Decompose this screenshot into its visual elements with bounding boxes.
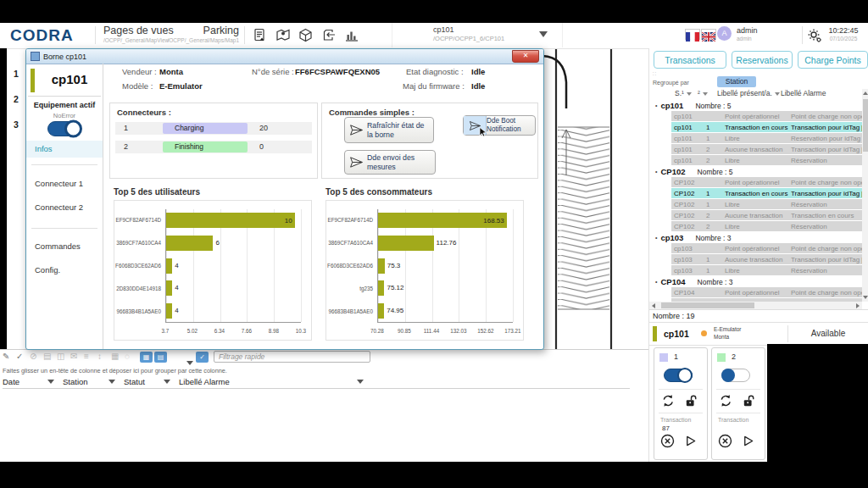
cube-3d-icon[interactable] (296, 27, 314, 44)
boot-notification-button[interactable]: Dde Boot Notification (463, 115, 536, 136)
filter-funnel-icon[interactable] (687, 92, 692, 96)
toolbar-icon[interactable]: ▤ (43, 352, 51, 361)
cancel-icon[interactable] (660, 434, 675, 451)
bar[interactable]: 10 (166, 213, 295, 228)
unlock-icon[interactable] (743, 395, 755, 409)
drag-grip-icon[interactable]: ∷ (653, 70, 657, 76)
bar[interactable] (378, 303, 384, 319)
table-row[interactable]: cp101Point opérationnelPoint de charge n… (671, 111, 862, 121)
group-by-chip-station[interactable]: Station (717, 76, 756, 87)
toolbar-icon[interactable]: ≡ (84, 352, 89, 361)
dialog-nav-connecteur-2[interactable]: Connecteur 2 (26, 199, 103, 216)
table-row[interactable]: CP1021LibreRéservation (671, 199, 862, 209)
bar[interactable] (166, 303, 172, 319)
toolbar-icon[interactable]: ◫ (57, 352, 64, 361)
bar[interactable] (378, 280, 384, 296)
french-flag-icon[interactable] (685, 29, 700, 40)
scrollbar-thumb[interactable] (863, 99, 868, 152)
selected-station-row[interactable]: cp101 E-Emulator Monta Available (649, 322, 868, 346)
filter-funnel-icon[interactable] (775, 92, 780, 96)
bar[interactable] (166, 236, 213, 251)
bar[interactable] (166, 258, 172, 274)
equipment-toggle[interactable] (47, 121, 81, 136)
column-header[interactable]: S.¹ (675, 89, 692, 97)
filter-funnel-icon[interactable] (108, 380, 115, 384)
table-row[interactable]: CP1022LibreRéservation (671, 221, 862, 231)
vertical-scrollbar[interactable] (862, 89, 868, 302)
group-expand-icon[interactable]: • (655, 279, 657, 285)
page-list-item[interactable]: 1 (7, 69, 25, 79)
nav-pages-de-vues[interactable]: Pages de vues /OCPP/_General/MapView (103, 25, 174, 43)
filter-funnel-icon[interactable] (357, 380, 364, 384)
dialog-nav-connecteur-1[interactable]: Connecteur 1 (26, 175, 103, 192)
page-list-item[interactable]: 2 (7, 94, 25, 104)
toolbar-icon[interactable]: ✎ (3, 352, 9, 361)
table-row[interactable]: cp1031LibreRéservation (671, 265, 862, 275)
alarm-report-icon[interactable] (250, 27, 269, 44)
scroll-up-icon[interactable] (863, 92, 868, 95)
toolbar-icon[interactable]: ◌ (125, 352, 130, 361)
page-switch-icon[interactable] (319, 27, 337, 44)
cancel-icon[interactable] (718, 434, 732, 451)
bar[interactable] (378, 236, 434, 251)
table-row[interactable]: cp1012LibreRéservation (671, 155, 862, 165)
map-icon[interactable] (273, 27, 292, 44)
refresh-icon[interactable] (719, 394, 732, 410)
bar[interactable] (166, 280, 172, 296)
group-expand-icon[interactable]: • (655, 169, 657, 175)
filter-funnel-icon[interactable] (47, 380, 54, 384)
connector-toggle[interactable] (664, 369, 693, 382)
refresh-state-button[interactable]: Rafraîchir état de la borne (344, 117, 434, 143)
send-measures-button[interactable]: Dde envoi des mesures (344, 150, 436, 175)
toolbar-icon[interactable]: ⊘ (30, 352, 36, 361)
horizontal-scrollbar[interactable] (649, 302, 862, 309)
dialog-nav-config-[interactable]: Config. (26, 262, 103, 279)
group-row[interactable]: •CP104Nombre : 3 (649, 276, 862, 287)
column-header[interactable]: ² (698, 89, 708, 97)
connector-toggle[interactable] (721, 369, 750, 382)
close-button[interactable] (512, 50, 539, 63)
connector-row[interactable]: 1Charging20 (115, 122, 312, 135)
scroll-left-icon[interactable] (652, 303, 655, 308)
apply-filter-button[interactable]: ✓ (196, 352, 209, 363)
play-icon[interactable] (684, 435, 697, 450)
filter-funnel-icon[interactable] (164, 380, 170, 384)
unlock-icon[interactable] (685, 395, 698, 409)
group-expand-icon[interactable]: • (655, 235, 657, 241)
group-row[interactable]: •cp103Nombre : 3 (649, 232, 862, 243)
toolbar-icon[interactable]: ▦ (111, 352, 119, 361)
toolbar-icon[interactable]: ✓ (16, 352, 23, 361)
tab-reservations[interactable]: Reservations (732, 51, 793, 69)
filter-funnel-icon[interactable] (539, 31, 548, 37)
table-row[interactable]: CP104Point opérationnelPoint de charge n… (671, 287, 862, 297)
list-view-button[interactable]: ▤ (154, 352, 167, 363)
chart-icon[interactable] (342, 27, 360, 44)
quick-filter-input[interactable] (214, 351, 370, 363)
table-row[interactable]: CP1022Aucune transactionTransaction en c… (671, 210, 862, 220)
connector-row[interactable]: 2Finishing0 (115, 141, 312, 153)
user-avatar[interactable]: A (717, 26, 732, 41)
table-row[interactable]: cp103Point opérationnelPoint de charge n… (671, 243, 862, 253)
bar[interactable] (378, 258, 385, 274)
group-row[interactable]: •cp101Nombre : 5 (649, 100, 862, 111)
table-row[interactable]: cp1012Aucune transactionTransaction pour… (671, 144, 862, 154)
column-header[interactable]: Libellé présent/a. (717, 89, 780, 97)
group-expand-icon[interactable]: • (655, 103, 657, 108)
tab-charge-points[interactable]: Charge Points (798, 51, 868, 69)
column-header[interactable]: Libellé Alarme (781, 89, 826, 97)
column-header[interactable]: Libellé Alarme (179, 375, 372, 388)
toolbar-icon[interactable]: ↕ (97, 352, 102, 361)
scrollbar-thumb[interactable] (661, 302, 754, 308)
uk-flag-icon[interactable] (701, 29, 716, 40)
dialog-nav-commandes[interactable]: Commandes (26, 238, 103, 255)
group-row[interactable]: •CP102Nombre : 5 (649, 166, 862, 177)
gear-icon[interactable] (805, 28, 824, 45)
dialog-nav-infos[interactable]: Infos (26, 141, 103, 158)
column-header[interactable]: Statut (124, 375, 179, 388)
play-icon[interactable] (742, 435, 754, 450)
toolbar-icon[interactable]: ✉ (70, 352, 77, 361)
station-selector[interactable]: cp101 /OCPP/OCPP1_6/CP101 (392, 23, 563, 47)
tab-transactions[interactable]: Transactions (654, 51, 726, 69)
refresh-icon[interactable] (661, 394, 675, 410)
dialog-titlebar[interactable]: Borne cp101 (26, 49, 543, 64)
